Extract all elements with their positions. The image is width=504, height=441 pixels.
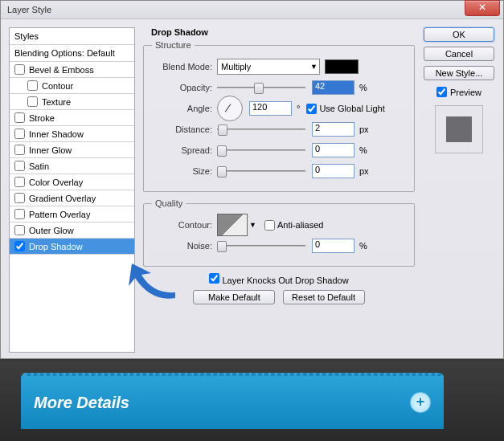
style-label: Outer Glow <box>29 226 74 235</box>
anti-aliased-label: Anti-aliased <box>277 220 323 230</box>
style-item-inner-glow[interactable]: Inner Glow <box>10 142 134 158</box>
style-item-outer-glow[interactable]: Outer Glow <box>10 223 134 239</box>
make-default-button[interactable]: Make Default <box>193 290 275 304</box>
style-label: Stroke <box>29 113 55 123</box>
blending-options[interactable]: Blending Options: Default <box>10 45 134 62</box>
style-item-color-overlay[interactable]: Color Overlay <box>10 174 134 190</box>
preview-checkbox[interactable] <box>436 87 447 97</box>
contour-picker[interactable] <box>217 214 248 236</box>
knockout-checkbox[interactable] <box>209 273 219 284</box>
blend-mode-select[interactable]: Multiply▼ <box>217 59 320 75</box>
window-title: Layer Style <box>7 5 51 14</box>
style-label: Satin <box>29 161 49 171</box>
style-item-drop-shadow[interactable]: Drop Shadow <box>10 239 134 255</box>
quality-group: Quality Contour: ▼ Anti-aliased Noise: 0… <box>143 198 415 267</box>
style-checkbox[interactable] <box>14 112 25 123</box>
close-button[interactable]: ✕ <box>465 0 500 16</box>
chevron-down-icon[interactable]: ▼ <box>249 221 256 229</box>
style-label: Pattern Overlay <box>29 210 90 219</box>
spread-label: Spread: <box>152 145 212 155</box>
use-global-light-checkbox[interactable] <box>306 104 317 114</box>
reset-default-button[interactable]: Reset to Default <box>283 290 365 304</box>
contour-label: Contour: <box>152 220 212 230</box>
distance-label: Distance: <box>152 125 212 134</box>
noise-input[interactable]: 0 <box>312 239 354 253</box>
style-checkbox[interactable] <box>14 145 25 155</box>
preview-thumbnail <box>435 105 483 153</box>
new-style-button[interactable]: New Style... <box>424 66 494 80</box>
style-checkbox[interactable] <box>14 129 25 139</box>
style-item-contour[interactable]: Contour <box>10 78 134 94</box>
knockout-label: Layer Knocks Out Drop Shadow <box>222 276 348 285</box>
ok-button[interactable]: OK <box>424 27 494 42</box>
style-checkbox[interactable] <box>14 64 25 75</box>
style-item-stroke[interactable]: Stroke <box>10 110 134 126</box>
style-item-satin[interactable]: Satin <box>10 158 134 174</box>
blend-mode-label: Blend Mode: <box>152 62 212 71</box>
banner-text: More Details <box>34 394 410 412</box>
style-checkbox[interactable] <box>14 209 25 219</box>
angle-dial[interactable] <box>217 96 243 121</box>
style-checkbox[interactable] <box>14 161 25 171</box>
cancel-button[interactable]: Cancel <box>424 47 494 61</box>
distance-slider[interactable] <box>217 123 305 136</box>
anti-aliased-checkbox[interactable] <box>264 220 275 231</box>
titlebar: Layer Style ✕ <box>1 1 503 19</box>
quality-legend: Quality <box>152 198 186 208</box>
chevron-down-icon: ▼ <box>310 63 318 71</box>
style-label: Contour <box>42 81 73 91</box>
style-label: Color Overlay <box>29 178 83 187</box>
opacity-slider[interactable] <box>217 81 305 94</box>
style-item-texture[interactable]: Texture <box>10 94 134 110</box>
angle-input[interactable]: 120 <box>249 101 292 116</box>
style-checkbox[interactable] <box>14 193 25 203</box>
shadow-color-swatch[interactable] <box>325 59 359 74</box>
style-checkbox[interactable] <box>27 96 38 107</box>
styles-header[interactable]: Styles <box>10 28 134 45</box>
plus-icon[interactable]: + <box>410 392 431 413</box>
spread-input[interactable]: 0 <box>312 143 354 157</box>
style-item-bevel-emboss[interactable]: Bevel & Emboss <box>10 62 134 78</box>
style-item-pattern-overlay[interactable]: Pattern Overlay <box>10 206 134 223</box>
structure-legend: Structure <box>152 40 195 50</box>
style-label: Bevel & Emboss <box>29 65 94 75</box>
size-input[interactable]: 0 <box>312 164 354 178</box>
noise-slider[interactable] <box>217 239 305 252</box>
size-label: Size: <box>152 166 212 176</box>
distance-input[interactable]: 2 <box>312 122 354 137</box>
dialog-buttons: OK Cancel New Style... Preview <box>423 27 495 353</box>
style-checkbox[interactable] <box>27 80 38 91</box>
preview-label: Preview <box>450 88 481 97</box>
style-label: Inner Shadow <box>29 129 84 139</box>
spread-slider[interactable] <box>217 144 305 157</box>
panel-title: Drop Shadow <box>151 27 415 37</box>
more-details-banner[interactable]: More Details + <box>21 373 444 429</box>
angle-label: Angle: <box>152 104 212 113</box>
size-slider[interactable] <box>217 165 305 178</box>
noise-label: Noise: <box>152 241 212 251</box>
opacity-label: Opacity: <box>152 83 212 92</box>
style-item-inner-shadow[interactable]: Inner Shadow <box>10 126 134 142</box>
structure-group: Structure Blend Mode: Multiply▼ Opacity:… <box>143 40 415 192</box>
style-checkbox[interactable] <box>14 177 25 187</box>
style-label: Texture <box>42 97 71 107</box>
style-label: Drop Shadow <box>29 242 83 251</box>
style-label: Inner Glow <box>29 145 72 155</box>
use-global-light-label: Use Global Light <box>319 104 384 113</box>
style-checkbox[interactable] <box>14 241 25 251</box>
style-item-gradient-overlay[interactable]: Gradient Overlay <box>10 190 134 206</box>
opacity-input[interactable]: 42 <box>312 80 354 95</box>
style-checkbox[interactable] <box>14 225 25 235</box>
layer-style-dialog: Layer Style ✕ Styles Blending Options: D… <box>0 0 504 359</box>
style-label: Gradient Overlay <box>29 194 96 203</box>
styles-panel: Styles Blending Options: Default Bevel &… <box>9 27 135 353</box>
settings-panel: Drop Shadow Structure Blend Mode: Multip… <box>143 27 415 353</box>
